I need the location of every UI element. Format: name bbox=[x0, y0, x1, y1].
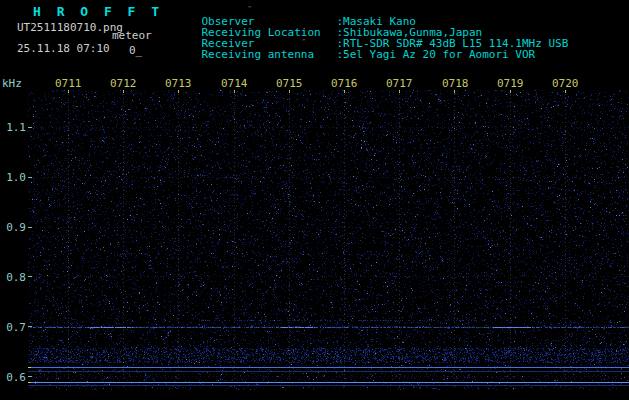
freq-tick-label: 0.8 bbox=[0, 272, 26, 283]
freq-axis-unit: kHz bbox=[2, 78, 22, 89]
hrofft-output: H R O F F T UT2511180710.png meteor 25.1… bbox=[0, 0, 629, 400]
time-tick-label: 0713 bbox=[165, 78, 192, 89]
time-tick-label: 0716 bbox=[331, 78, 358, 89]
app-title: H R O F F T bbox=[33, 4, 163, 19]
time-tick-label: 0714 bbox=[221, 78, 248, 89]
echo-counter: 0_ bbox=[129, 44, 142, 57]
glitch-mark: ″ bbox=[247, 6, 252, 15]
time-tick-label: 0712 bbox=[110, 78, 137, 89]
time-tick-label: 0717 bbox=[386, 78, 413, 89]
output-filename: UT2511180710.png bbox=[17, 21, 123, 34]
spectrogram-canvas bbox=[28, 90, 629, 390]
header-label-antenna: Receiving antenna bbox=[202, 49, 337, 60]
glitch-mark: ″ bbox=[247, 28, 252, 37]
freq-tick-label: 1.1 bbox=[0, 122, 26, 133]
time-tick-label: 0715 bbox=[276, 78, 303, 89]
timestamp: 25.11.18 07:10 bbox=[17, 42, 110, 55]
observation-mode-label: meteor bbox=[112, 29, 152, 42]
time-tick-label: 0718 bbox=[442, 78, 469, 89]
time-tick-label: 0719 bbox=[497, 78, 524, 89]
time-tick-label: 0711 bbox=[55, 78, 82, 89]
freq-tick-label: 0.6 bbox=[0, 372, 26, 383]
header-value-antenna: :5el Yagi Az 20 for Aomori VOR bbox=[337, 48, 536, 61]
glitch-mark: ″ bbox=[301, 39, 306, 48]
time-tick-label: 0720 bbox=[552, 78, 579, 89]
header-row-antenna: Receiving antenna:5el Yagi Az 20 for Aom… bbox=[175, 38, 535, 71]
freq-tick-label: 0.9 bbox=[0, 222, 26, 233]
freq-tick-label: 0.7 bbox=[0, 322, 26, 333]
freq-tick-label: 1.0 bbox=[0, 172, 26, 183]
